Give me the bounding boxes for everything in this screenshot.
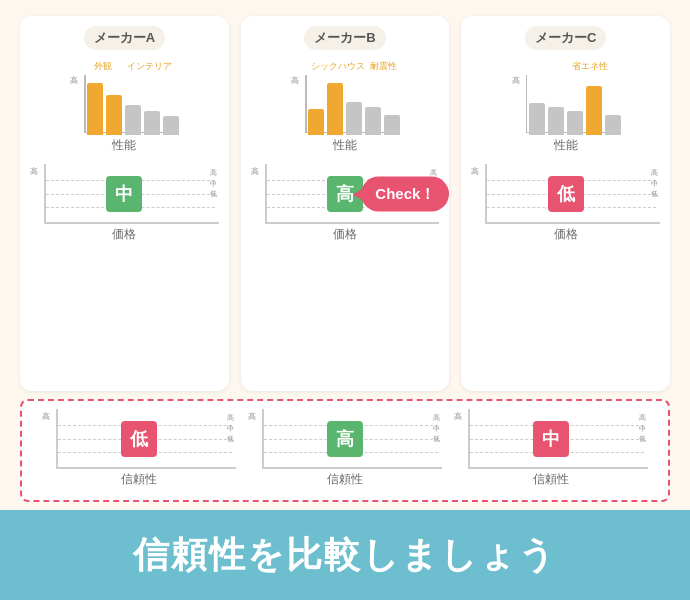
rating-scale-labels: 高中低 bbox=[651, 168, 658, 200]
maker-c-title: メーカーC bbox=[525, 26, 606, 50]
reliability-row: 高 高中低 低 信頼性 高 bbox=[20, 399, 670, 502]
maker-card-c: メーカーC 省エネ性 高 性能 bbox=[461, 16, 670, 391]
maker-c-price-badge: 低 bbox=[548, 176, 584, 212]
axis-y bbox=[305, 75, 307, 133]
bar-2 bbox=[106, 95, 122, 135]
bar-3 bbox=[567, 111, 583, 135]
maker-b-price-section: 高 高中低 高 Check！ 価格 bbox=[251, 164, 440, 243]
maker-a-bar-top-labels: 外観 インテリア bbox=[76, 60, 172, 73]
rating-scale-labels: 高中低 bbox=[210, 168, 217, 200]
rating-y-label-high: 高 bbox=[471, 166, 479, 177]
axis-y bbox=[526, 75, 528, 133]
bar-4 bbox=[144, 111, 160, 135]
maker-a-chart-caption: 性能 bbox=[112, 137, 136, 154]
maker-a-price-chart: 高 高中低 中 bbox=[30, 164, 219, 224]
maker-c-price-section: 高 高中低 低 価格 bbox=[471, 164, 660, 243]
bar-4 bbox=[586, 86, 602, 135]
rel-rating-chart-b: 高 高中低 高 bbox=[248, 409, 442, 469]
maker-b-price-caption: 価格 bbox=[333, 226, 357, 243]
maker-a-price-badge: 中 bbox=[106, 176, 142, 212]
y-label: 高 bbox=[512, 75, 520, 86]
bar-2 bbox=[327, 83, 343, 135]
rel-rating-chart-a: 高 高中低 低 bbox=[42, 409, 236, 469]
maker-c-price-caption: 価格 bbox=[554, 226, 578, 243]
rel-caption-b: 信頼性 bbox=[327, 471, 363, 488]
maker-a-price-caption: 価格 bbox=[112, 226, 136, 243]
rating-y-label-high: 高 bbox=[251, 166, 259, 177]
bar-5 bbox=[605, 115, 621, 135]
maker-a-price-section: 高 高中低 中 価格 bbox=[30, 164, 219, 243]
rel-badge-a: 低 bbox=[121, 421, 157, 457]
rating-y-label: 高 bbox=[454, 411, 462, 422]
rel-caption-a: 信頼性 bbox=[121, 471, 157, 488]
rel-badge-c: 中 bbox=[533, 421, 569, 457]
rating-scale-labels: 高中低 bbox=[227, 413, 234, 445]
rating-axis-x bbox=[262, 467, 442, 469]
maker-b-price-chart: 高 高中低 高 Check！ bbox=[251, 164, 440, 224]
bar-1 bbox=[308, 109, 324, 135]
label-gaikan: 外観 bbox=[94, 60, 122, 73]
y-label: 高 bbox=[70, 75, 78, 86]
bar-2 bbox=[548, 107, 564, 135]
bar-3 bbox=[125, 105, 141, 135]
axis-y bbox=[84, 75, 86, 133]
maker-a-title: メーカーA bbox=[84, 26, 165, 50]
maker-b-chart-section: シックハウス 耐震性 高 性能 bbox=[251, 60, 440, 154]
bar-1 bbox=[87, 83, 103, 135]
check-bubble: Check！ bbox=[361, 177, 449, 212]
bottom-banner: 信頼性を比較しましょう bbox=[0, 510, 690, 600]
rating-axis-x bbox=[56, 467, 236, 469]
rel-rating-section-c: 高 高中低 中 bbox=[454, 409, 648, 469]
bar-5 bbox=[384, 115, 400, 135]
rating-y-label: 高 bbox=[42, 411, 50, 422]
rel-badge-b: 高 bbox=[327, 421, 363, 457]
label-interior: インテリア bbox=[127, 60, 172, 73]
maker-card-a: メーカーA 外観 インテリア 高 性能 bbox=[20, 16, 229, 391]
rating-axis-x bbox=[468, 467, 648, 469]
maker-c-chart-section: 省エネ性 高 性能 bbox=[471, 60, 660, 154]
rating-axis-x bbox=[485, 222, 660, 224]
rating-scale-labels: 高中低 bbox=[639, 413, 646, 445]
label-sickhouse: シックハウス bbox=[311, 60, 365, 73]
rating-axis-x bbox=[44, 222, 219, 224]
maker-a-chart-section: 外観 インテリア 高 性能 bbox=[30, 60, 219, 154]
reliability-card-a: 高 高中低 低 信頼性 bbox=[42, 409, 236, 488]
rel-rating-section-b: 高 高中低 高 bbox=[248, 409, 442, 469]
label-energy: 省エネ性 bbox=[572, 60, 608, 73]
maker-card-b: メーカーB シックハウス 耐震性 高 性能 bbox=[241, 16, 450, 391]
bar-1 bbox=[529, 103, 545, 135]
top-section: メーカーA 外観 インテリア 高 性能 bbox=[0, 0, 690, 399]
maker-b-bars: 高 bbox=[290, 75, 400, 135]
rating-y-label: 高 bbox=[248, 411, 256, 422]
maker-b-title: メーカーB bbox=[304, 26, 385, 50]
rating-scale-labels: 高中低 bbox=[433, 413, 440, 445]
maker-b-bar-top-labels: シックハウス 耐震性 bbox=[293, 60, 397, 73]
rel-caption-c: 信頼性 bbox=[533, 471, 569, 488]
maker-c-price-chart: 高 高中低 低 bbox=[471, 164, 660, 224]
rel-rating-section-a: 高 高中低 低 bbox=[42, 409, 236, 469]
reliability-card-b: 高 高中低 高 信頼性 bbox=[248, 409, 442, 488]
maker-b-chart-caption: 性能 bbox=[333, 137, 357, 154]
bar-4 bbox=[365, 107, 381, 135]
label-taishin: 耐震性 bbox=[370, 60, 397, 73]
maker-c-chart-caption: 性能 bbox=[554, 137, 578, 154]
maker-a-bars: 高 bbox=[69, 75, 179, 135]
rating-axis-x bbox=[265, 222, 440, 224]
rel-rating-chart-c: 高 高中低 中 bbox=[454, 409, 648, 469]
bottom-banner-text: 信頼性を比較しましょう bbox=[133, 531, 557, 580]
rating-y-label-high: 高 bbox=[30, 166, 38, 177]
bar-5 bbox=[163, 116, 179, 135]
reliability-card-c: 高 高中低 中 信頼性 bbox=[454, 409, 648, 488]
y-label: 高 bbox=[291, 75, 299, 86]
maker-c-bars: 高 bbox=[511, 75, 621, 135]
bar-3 bbox=[346, 102, 362, 135]
main-container: メーカーA 外観 インテリア 高 性能 bbox=[0, 0, 690, 600]
maker-c-bar-top-labels: 省エネ性 bbox=[524, 60, 608, 73]
